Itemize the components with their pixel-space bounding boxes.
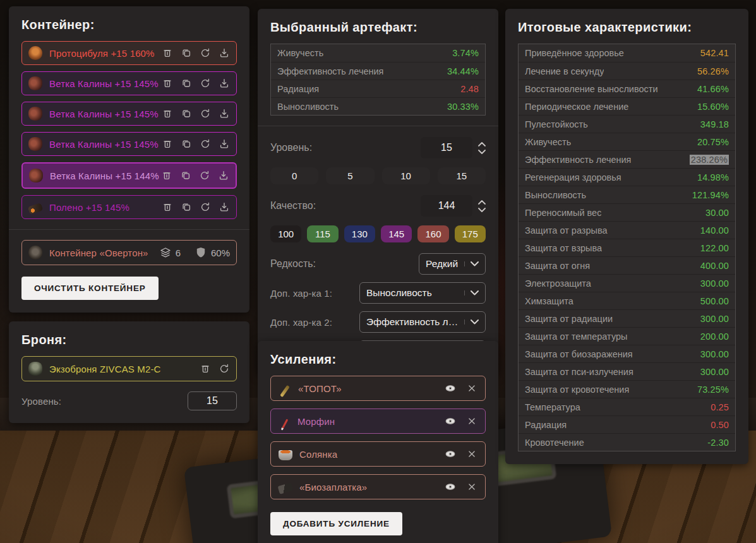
extra-stat-label: Доп. хар-ка 1: bbox=[270, 288, 332, 299]
extra-stat-row: Доп. хар-ка 1: Выносливость bbox=[270, 282, 486, 304]
chevron-down-icon[interactable] bbox=[478, 208, 486, 212]
extra-stat-select[interactable]: Эффективность ле... bbox=[359, 311, 486, 333]
stat-value: 300.00 bbox=[700, 349, 729, 359]
save-icon[interactable] bbox=[218, 138, 230, 150]
stat-label: Эффективность лечения bbox=[277, 66, 383, 76]
chevron-down-icon bbox=[464, 290, 479, 295]
container-item[interactable]: Протоцибуля +15 160% bbox=[21, 41, 237, 65]
container-item[interactable]: Ветка Калины +15 145% bbox=[21, 102, 237, 126]
level-option-button[interactable]: 10 bbox=[382, 167, 430, 184]
quality-option-button[interactable]: 145 bbox=[381, 225, 412, 242]
trash-icon[interactable] bbox=[161, 78, 173, 90]
add-boost-button[interactable]: ДОБАВИТЬ УСИЛЕНИЕ bbox=[270, 512, 402, 535]
sync-icon[interactable] bbox=[199, 108, 211, 120]
copy-icon[interactable] bbox=[180, 108, 192, 120]
stat-row: Защита от огня 400.00 bbox=[519, 256, 735, 274]
extra-stat-select[interactable]: Выносливость bbox=[359, 282, 486, 304]
boost-item[interactable]: Солянка bbox=[270, 441, 486, 467]
quality-input[interactable]: 144 bbox=[421, 195, 472, 217]
extra-stat-value: Эффективность ле... bbox=[366, 316, 459, 328]
boost-item[interactable]: «Биозаплатка» bbox=[270, 474, 486, 499]
copy-icon[interactable] bbox=[180, 138, 192, 150]
sync-icon[interactable] bbox=[199, 78, 211, 90]
armor-item[interactable]: Экзоброня ZIVCAS M2-C bbox=[21, 356, 237, 381]
rarity-select[interactable]: Редкий bbox=[419, 253, 486, 275]
quality-spinner-arrows bbox=[478, 200, 486, 212]
trash-icon[interactable] bbox=[161, 47, 173, 59]
save-icon[interactable] bbox=[218, 201, 230, 213]
container-item-label: Ветка Калины +15 144% bbox=[50, 170, 160, 181]
artifact-panel-title: Выбранный артефакт: bbox=[270, 20, 486, 35]
chevron-up-icon[interactable] bbox=[478, 142, 486, 146]
stat-label: Кровотечение bbox=[525, 438, 584, 448]
armor-level-input[interactable]: 15 bbox=[188, 391, 237, 410]
container-item[interactable]: Ветка Калины +15 145% bbox=[21, 71, 237, 95]
container-item-label: Протоцибуля +15 160% bbox=[49, 48, 161, 59]
trash-icon[interactable] bbox=[161, 201, 173, 213]
quality-option-button[interactable]: 115 bbox=[307, 225, 338, 242]
container-item[interactable]: Ветка Калины +15 144% bbox=[21, 162, 237, 189]
trash-icon[interactable] bbox=[161, 138, 173, 150]
close-icon[interactable] bbox=[465, 415, 477, 427]
stat-row: Температура 0.25 bbox=[519, 398, 735, 415]
stat-value: 121.94% bbox=[692, 190, 729, 200]
quality-option-button[interactable]: 130 bbox=[344, 225, 375, 242]
container-item-label: Ветка Калины +15 145% bbox=[49, 139, 161, 150]
quality-option-button[interactable]: 175 bbox=[455, 225, 486, 242]
sync-icon[interactable] bbox=[199, 138, 211, 150]
copy-icon[interactable] bbox=[180, 47, 192, 59]
sync-icon[interactable] bbox=[218, 363, 230, 375]
close-icon[interactable] bbox=[465, 383, 477, 395]
sync-icon[interactable] bbox=[199, 201, 211, 213]
save-icon[interactable] bbox=[218, 108, 230, 120]
branch-icon bbox=[28, 107, 42, 121]
boosts-panel-title: Усиления: bbox=[270, 352, 486, 367]
container-info-row: Контейнер «Овертон» 6 60% bbox=[21, 240, 237, 265]
copy-icon[interactable] bbox=[180, 201, 192, 213]
extra-stat-label: Доп. хар-ка 2: bbox=[270, 317, 332, 328]
save-icon[interactable] bbox=[218, 78, 230, 90]
sync-icon[interactable] bbox=[198, 170, 210, 182]
stat-value: 30.33% bbox=[447, 102, 479, 112]
close-icon[interactable] bbox=[465, 481, 477, 493]
clear-container-button[interactable]: ОЧИСТИТЬ КОНТЕЙНЕР bbox=[21, 277, 159, 300]
level-input[interactable]: 15 bbox=[421, 137, 472, 158]
stat-value: 41.66% bbox=[697, 84, 729, 94]
container-item[interactable]: Ветка Калины +15 145% bbox=[21, 132, 237, 156]
level-control-row: Уровень: 15 bbox=[270, 137, 486, 158]
eye-icon[interactable] bbox=[444, 481, 456, 493]
close-icon[interactable] bbox=[465, 448, 477, 460]
trash-icon[interactable] bbox=[199, 363, 211, 375]
level-spinner: 15 bbox=[421, 137, 486, 158]
trash-icon[interactable] bbox=[161, 108, 173, 120]
quality-options: 100115130145160175 bbox=[270, 225, 486, 242]
eye-icon[interactable] bbox=[444, 448, 456, 460]
eye-icon[interactable] bbox=[444, 383, 456, 395]
sync-icon[interactable] bbox=[199, 47, 211, 59]
stat-row: Радиация 0.50 bbox=[519, 415, 735, 433]
eye-icon[interactable] bbox=[444, 415, 456, 427]
quality-option-button[interactable]: 160 bbox=[417, 225, 448, 242]
container-item-actions bbox=[161, 108, 230, 120]
save-icon[interactable] bbox=[218, 47, 230, 59]
level-option-button[interactable]: 5 bbox=[326, 167, 374, 184]
chevron-down-icon[interactable] bbox=[478, 150, 486, 154]
level-option-button[interactable]: 15 bbox=[438, 167, 486, 184]
stat-row: Химзащита 500.00 bbox=[519, 292, 735, 309]
quality-option-button[interactable]: 100 bbox=[270, 225, 301, 242]
stat-value: 140.00 bbox=[700, 225, 729, 236]
branch-icon bbox=[28, 137, 42, 151]
boost-item[interactable]: «ТОПОТ» bbox=[270, 376, 486, 401]
copy-icon[interactable] bbox=[179, 170, 191, 182]
chevron-up-icon[interactable] bbox=[478, 200, 486, 205]
copy-icon[interactable] bbox=[180, 78, 192, 90]
stat-label: Живучесть bbox=[277, 48, 323, 58]
rarity-label: Редкость: bbox=[270, 258, 316, 270]
boost-item-actions bbox=[444, 448, 477, 460]
trash-icon[interactable] bbox=[160, 170, 172, 182]
level-option-button[interactable]: 0 bbox=[270, 167, 318, 184]
save-icon[interactable] bbox=[217, 170, 229, 182]
boost-item[interactable]: Морфин bbox=[270, 409, 486, 434]
stat-label: Выносливость bbox=[277, 102, 339, 112]
container-item[interactable]: Полено +15 145% bbox=[21, 195, 237, 219]
